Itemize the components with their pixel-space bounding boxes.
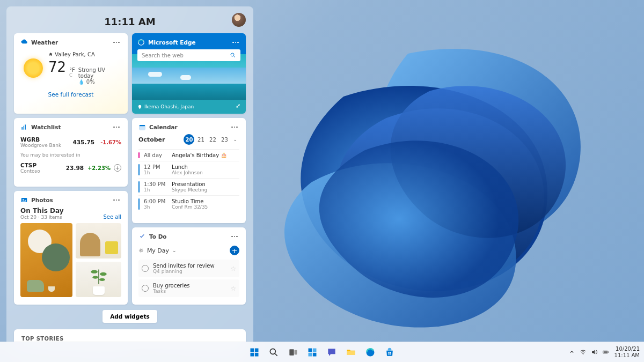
photos-heading: On This Day (20, 207, 64, 215)
taskbar-clock[interactable]: 10/20/21 11:11 AM (614, 346, 640, 358)
photo-thumbnail[interactable] (76, 223, 121, 258)
add-task-button[interactable]: + (230, 246, 239, 255)
calendar-day[interactable]: 21 (195, 134, 206, 145)
svg-rect-7 (140, 126, 145, 130)
forecast-link[interactable]: See full forecast (20, 91, 121, 98)
store-button[interactable] (381, 344, 398, 361)
widgets-button[interactable] (304, 344, 321, 361)
task-checkbox[interactable] (142, 265, 149, 272)
calendar-day-picker: 20 21 22 23 ⌄ (184, 134, 239, 145)
file-explorer-button[interactable] (342, 344, 360, 361)
sun-icon (24, 58, 43, 78)
svg-rect-23 (313, 348, 317, 352)
weather-widget[interactable]: Weather Valley Park, CA 72 °FC Strong UV… (14, 33, 128, 114)
task-view-button[interactable] (284, 344, 302, 361)
photos-widget[interactable]: Photos On This Day Oct 20 · 33 items See… (14, 191, 128, 305)
task-item[interactable]: Buy groceriesTasks ☆ (138, 279, 239, 297)
calendar-event[interactable]: All day Angela's Birthday 🎂 (138, 149, 239, 161)
svg-rect-29 (389, 353, 390, 354)
svg-rect-33 (608, 351, 608, 352)
chevron-down-icon[interactable]: ⌄ (231, 137, 239, 142)
photo-thumbnail[interactable] (20, 223, 72, 297)
svg-rect-4 (23, 126, 24, 130)
svg-rect-22 (309, 348, 312, 352)
svg-rect-24 (309, 352, 312, 356)
svg-rect-34 (603, 351, 607, 352)
calendar-menu-button[interactable] (230, 123, 239, 131)
battery-icon[interactable] (602, 349, 609, 356)
todo-title: To Do (149, 233, 167, 240)
taskbar: 10/20/21 11:11 AM (0, 342, 644, 362)
svg-line-19 (275, 353, 277, 356)
todo-list-name[interactable]: My Day (147, 247, 169, 254)
wallpaper-bloom (204, 11, 623, 338)
weather-precip: 0% (86, 79, 95, 85)
edge-button[interactable] (362, 344, 379, 361)
svg-rect-30 (390, 353, 391, 354)
weather-temp: 72 (48, 59, 66, 75)
calendar-event[interactable]: 12 PM1h LunchAlex Johnson (138, 161, 239, 178)
calendar-icon (138, 123, 146, 131)
edge-menu-button[interactable] (231, 39, 240, 46)
calendar-widget[interactable]: Calendar October 20 21 22 23 ⌄ (132, 118, 246, 223)
photos-menu-button[interactable] (112, 196, 121, 204)
svg-rect-21 (295, 350, 297, 354)
chevron-up-icon[interactable] (568, 349, 575, 356)
svg-point-10 (91, 270, 98, 274)
taskbar-pinned-apps (246, 344, 398, 361)
watchlist-widget[interactable]: Watchlist WGRBWoodgrove Bank 435.75 -1.6… (14, 118, 128, 187)
wifi-icon[interactable] (580, 349, 587, 356)
weather-title: Weather (31, 39, 58, 46)
svg-point-9 (23, 199, 24, 200)
todo-menu-button[interactable] (230, 233, 239, 240)
precip-icon: 💧 (78, 79, 84, 85)
edge-widget[interactable]: Microsoft Edge Search the web (132, 33, 246, 114)
edge-image (132, 68, 246, 100)
svg-point-31 (582, 354, 583, 354)
start-button[interactable] (246, 344, 263, 361)
svg-rect-27 (389, 352, 390, 353)
volume-icon[interactable] (591, 349, 598, 356)
search-button[interactable] (265, 344, 282, 361)
task-item[interactable]: Send invites for reviewQ4 planning ☆ (138, 260, 239, 277)
calendar-day[interactable]: 23 (219, 134, 230, 145)
calendar-month: October (138, 136, 181, 143)
svg-rect-14 (251, 348, 254, 352)
svg-point-11 (100, 272, 107, 276)
svg-rect-15 (255, 348, 259, 352)
watchlist-title: Watchlist (31, 124, 61, 130)
calendar-event[interactable]: 1:30 PM1h PresentationSkype Meeting (138, 178, 239, 195)
calendar-day[interactable]: 20 (184, 134, 194, 145)
add-widgets-button[interactable]: Add widgets (103, 310, 157, 323)
weather-menu-button[interactable] (112, 39, 121, 46)
photo-thumbnail[interactable] (76, 262, 121, 297)
system-tray[interactable]: 10/20/21 11:11 AM (568, 346, 640, 358)
svg-line-2 (234, 56, 236, 58)
sun-outline-icon: ☼ (138, 247, 144, 254)
user-avatar[interactable] (232, 13, 246, 27)
weather-icon (20, 39, 28, 46)
add-stock-button[interactable]: + (114, 164, 121, 172)
edge-search-input[interactable]: Search the web (137, 49, 240, 61)
star-icon[interactable]: ☆ (230, 265, 236, 272)
svg-rect-16 (251, 352, 254, 356)
stock-row[interactable]: CTSPContoso 23.98 +2.23% + (20, 160, 121, 176)
todo-widget[interactable]: To Do ☼ My Day ⌄ + Send invites for revi… (132, 227, 246, 305)
calendar-title: Calendar (149, 124, 178, 130)
interest-label: You may be interested in (20, 152, 121, 158)
todo-icon (138, 233, 146, 240)
task-checkbox[interactable] (142, 285, 149, 292)
edge-icon (137, 39, 145, 46)
expand-icon[interactable]: ⤢ (236, 102, 240, 109)
watchlist-menu-button[interactable] (112, 123, 121, 131)
stock-row[interactable]: WGRBWoodgrove Bank 435.75 -1.67% (20, 134, 121, 150)
chat-button[interactable] (323, 344, 340, 361)
chevron-down-icon[interactable]: ⌄ (172, 248, 177, 253)
calendar-event[interactable]: 6:00 PM3h Studio TimeConf Rm 32/35 (138, 195, 239, 212)
star-icon[interactable]: ☆ (230, 285, 236, 292)
weather-uv: Strong UV today (78, 67, 121, 79)
see-all-link[interactable]: See all (103, 214, 121, 220)
svg-rect-5 (25, 124, 26, 129)
calendar-day[interactable]: 22 (207, 134, 218, 145)
svg-point-1 (231, 53, 234, 56)
